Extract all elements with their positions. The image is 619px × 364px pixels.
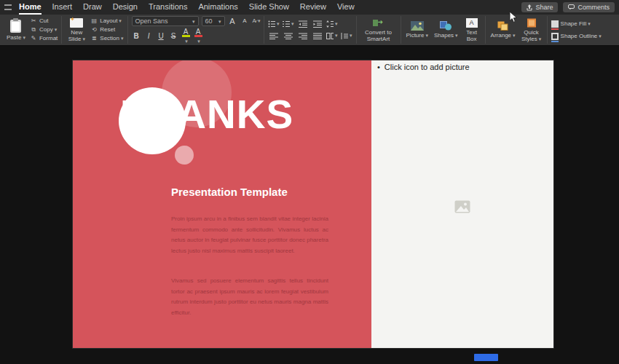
arrange-icon (497, 21, 508, 31)
shape-styles-group: Shape Fill Shape Outline (548, 16, 605, 44)
slide-body-paragraph-2[interactable]: Vivamus sed posuere elementum sagittis t… (171, 276, 328, 318)
layout-button[interactable]: ▤ Layout (90, 17, 123, 25)
cut-icon: ✂ (30, 17, 37, 25)
indent-decrease-icon (299, 20, 307, 28)
app-menu-icon[interactable] (4, 4, 12, 10)
italic-button[interactable]: I (144, 32, 154, 40)
font-size-value: 60 (205, 17, 213, 25)
slide-red-panel: THANKS Presentation Template Proin ipsum… (73, 60, 371, 348)
section-icon: ≣ (90, 35, 98, 42)
layout-label: Layout (100, 17, 122, 25)
cut-button[interactable]: ✂ Cut (30, 17, 58, 25)
chevron-down-icon (217, 17, 221, 25)
justify-button[interactable] (312, 31, 323, 41)
reset-button[interactable]: ⟲ Reset (90, 26, 123, 33)
tab-draw[interactable]: Draw (83, 0, 102, 15)
tab-view[interactable]: View (337, 0, 355, 15)
powerpoint-window: Home Insert Draw Design Transitions Anim… (0, 0, 619, 364)
picture-placeholder-label: Click icon to add picture (385, 63, 470, 71)
clipboard-minis: ✂ Cut ⧉ Copy ✎ Format (30, 17, 58, 42)
indent-decrease-button[interactable] (297, 20, 309, 29)
tab-design[interactable]: Design (113, 0, 138, 15)
quick-styles-label: Quick Styles (521, 29, 542, 42)
text-direction-button[interactable] (341, 31, 352, 41)
shapes-label: Shapes (434, 32, 458, 39)
insert-picture-placeholder-button[interactable] (454, 200, 470, 216)
text-box-icon: A (466, 18, 478, 28)
menubar-right: Share Comments (521, 2, 615, 12)
strikethrough-button[interactable]: S (169, 32, 178, 40)
shapes-button[interactable]: Shapes (433, 20, 460, 39)
tab-review[interactable]: Review (300, 0, 326, 15)
shrink-font-button[interactable]: A (240, 17, 250, 24)
tab-slide-show[interactable]: Slide Show (249, 0, 289, 15)
cut-label: Cut (39, 17, 48, 25)
justify-icon (313, 33, 322, 39)
format-painter-button[interactable]: ✎ Format (30, 35, 58, 42)
new-slide-button[interactable]: New Slide (66, 17, 87, 43)
clipboard-group: Paste ✂ Cut ⧉ Copy ✎ Format (1, 16, 62, 44)
section-button[interactable]: ≣ Section (90, 35, 123, 42)
blue-indicator (474, 354, 498, 361)
picture-icon (411, 21, 424, 31)
insert-group: Picture Shapes A Text Box (401, 16, 486, 44)
convert-smartart-button[interactable]: Convert to SmartArt (360, 17, 397, 43)
comments-icon (568, 4, 575, 10)
comments-label: Comments (577, 4, 610, 11)
copy-button[interactable]: ⧉ Copy (30, 26, 58, 33)
numbered-list-button[interactable] (283, 20, 294, 29)
clear-formatting-button[interactable]: A̷ (253, 17, 260, 24)
slides-group: New Slide ▤ Layout ⟲ Reset ≣ Section (62, 16, 127, 44)
slides-minis: ▤ Layout ⟲ Reset ≣ Section (90, 17, 123, 42)
tab-home[interactable]: Home (19, 0, 42, 15)
shape-outline-label: Shape Outline (561, 33, 602, 40)
picture-placeholder-text[interactable]: • Click icon to add picture (377, 63, 470, 71)
paste-label: Paste (7, 34, 25, 41)
align-left-button[interactable] (268, 31, 280, 41)
underline-button[interactable]: U (157, 32, 166, 40)
bulleted-list-button[interactable] (268, 20, 280, 29)
font-group: Open Sans 60 A A A̷ B I U S (128, 16, 264, 44)
line-spacing-button[interactable] (326, 20, 338, 29)
bulleted-list-icon (268, 20, 275, 28)
shape-fill-button[interactable]: Shape Fill (551, 20, 602, 28)
indent-increase-button[interactable] (312, 20, 323, 29)
font-color-letter: A (196, 28, 201, 36)
shape-outline-button[interactable]: Shape Outline (551, 33, 602, 40)
slide-picture-panel: • Click icon to add picture (371, 60, 553, 348)
align-center-button[interactable] (283, 31, 294, 41)
tab-transitions[interactable]: Transitions (149, 0, 187, 15)
columns-button[interactable] (326, 31, 338, 41)
align-left-icon (269, 33, 278, 39)
new-slide-icon (70, 18, 83, 28)
paste-button[interactable]: Paste (5, 19, 27, 41)
tab-animations[interactable]: Animations (198, 0, 237, 15)
share-button[interactable]: Share (521, 2, 558, 12)
ribbon: Paste ✂ Cut ⧉ Copy ✎ Format (0, 15, 619, 46)
shape-fill-label: Shape Fill (561, 20, 591, 28)
align-right-icon (299, 33, 307, 39)
font-size-select[interactable]: 60 (202, 16, 225, 26)
text-box-button[interactable]: A Text Box (462, 17, 481, 43)
bold-button[interactable]: B (132, 32, 141, 40)
slide-title[interactable]: THANKS (122, 91, 293, 138)
font-family-select[interactable]: Open Sans (132, 16, 199, 26)
picture-label: Picture (406, 32, 428, 39)
section-label: Section (100, 35, 123, 42)
font-color-button[interactable]: A (194, 28, 203, 44)
quick-styles-button[interactable]: Quick Styles (520, 17, 543, 43)
new-slide-label: New Slide (67, 29, 86, 42)
highlight-color-button[interactable]: A (181, 28, 191, 44)
slide-body-paragraph-1[interactable]: Proin ipsum arcu in a finibus sem blandi… (171, 214, 328, 256)
reset-label: Reset (100, 26, 115, 33)
picture-button[interactable]: Picture (405, 20, 430, 39)
shapes-icon (440, 21, 452, 31)
tab-insert[interactable]: Insert (52, 0, 73, 15)
slide-subtitle[interactable]: Presentation Template (171, 186, 288, 198)
grow-font-button[interactable]: A (228, 17, 237, 25)
align-right-button[interactable] (297, 31, 309, 41)
slide-canvas[interactable]: THANKS Presentation Template Proin ipsum… (73, 60, 553, 348)
chevron-down-icon (191, 17, 195, 25)
comments-button[interactable]: Comments (563, 2, 615, 12)
columns-icon (326, 33, 334, 39)
